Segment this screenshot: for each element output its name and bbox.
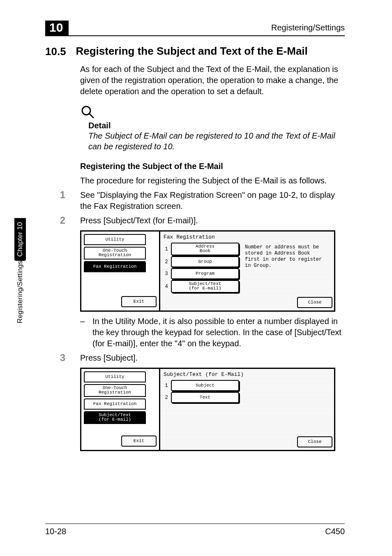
screen-title: Fax Registration: [162, 233, 332, 242]
item-index: 2: [164, 395, 169, 401]
item-index: 1: [164, 246, 169, 252]
detail-icon: [80, 104, 345, 119]
step-text: See "Displaying the Fax Registration Scr…: [80, 190, 345, 212]
tab-label-line2: Registration: [99, 390, 131, 395]
dash-bullet: –: [80, 316, 92, 349]
subheading: Registering the Subject of the E-Mail: [80, 162, 345, 171]
screen-title: Subject/Text (for E-Mail): [162, 371, 332, 379]
close-button[interactable]: Close: [297, 436, 332, 447]
list-item: 3 Program: [164, 268, 239, 279]
side-chapter-tab: Chapter 10 Registering/Settings: [14, 218, 26, 327]
close-button[interactable]: Close: [297, 297, 332, 308]
header-rule: [45, 35, 345, 36]
item-index: 2: [164, 259, 169, 265]
list-item: 2 Group: [164, 256, 239, 267]
subject-text-for-email-button[interactable]: Subject/Text (for E-mail): [171, 280, 239, 293]
tab-fax-registration[interactable]: Fax Registration: [84, 261, 146, 272]
footer-rule: [45, 524, 345, 524]
sub-intro: The procedure for registering the Subjec…: [80, 175, 345, 186]
chapter-number-badge: 10: [45, 21, 69, 35]
tab-one-touch-registration[interactable]: One-Touch Registration: [84, 247, 146, 259]
tab-label-line2: Registration: [99, 253, 131, 257]
section-number: 10.5: [45, 45, 74, 58]
text-button[interactable]: Text: [171, 392, 239, 403]
tab-utility[interactable]: Utility: [84, 371, 146, 382]
item-index: 4: [164, 284, 169, 290]
side-tab-chapter: Chapter 10: [14, 218, 26, 261]
header-section-name: Registering/Settings: [271, 23, 345, 32]
group-button[interactable]: Group: [171, 256, 239, 267]
exit-button[interactable]: Exit: [121, 436, 157, 447]
address-book-button[interactable]: Address Book: [171, 243, 239, 255]
list-item: 4 Subject/Text (for E-mail): [164, 280, 239, 293]
list-item: 2 Text: [164, 392, 239, 403]
fax-registration-screen: Utility One-Touch Registration Fax Regis…: [80, 230, 335, 312]
svg-line-1: [89, 114, 93, 118]
step-text: Press [Subject/Text (for E-mail)].: [80, 215, 198, 226]
section-title: Registering the Subject and Text of the …: [76, 45, 307, 58]
program-button[interactable]: Program: [171, 268, 239, 279]
subject-button[interactable]: Subject: [171, 380, 239, 391]
section-intro: As for each of the Subject and the Text …: [80, 64, 345, 97]
model-code: C450: [325, 527, 345, 536]
step-number: 3: [45, 352, 80, 363]
tab-one-touch-registration[interactable]: One-Touch Registration: [84, 384, 146, 397]
hint-text: Number or address must be stored in Addr…: [243, 243, 325, 269]
detail-label: Detail: [88, 121, 345, 130]
tab-fax-registration[interactable]: Fax Registration: [84, 398, 146, 410]
step-number: 1: [45, 190, 80, 200]
step-text: Press [Subject].: [80, 352, 138, 364]
item-index: 1: [164, 383, 169, 389]
exit-button[interactable]: Exit: [121, 296, 157, 307]
detail-text: The Subject of E-Mail can be registered …: [88, 130, 345, 152]
page-number: 10-28: [45, 527, 66, 536]
list-item: 1 Address Book: [164, 243, 239, 255]
side-tab-section: Registering/Settings: [16, 261, 24, 327]
item-index: 3: [164, 271, 169, 277]
tab-subject-text-for-email[interactable]: Subject/Text (for E-mail): [84, 411, 146, 424]
list-item: 1 Subject: [164, 380, 239, 391]
step-number: 2: [45, 215, 80, 226]
tab-utility[interactable]: Utility: [84, 234, 146, 245]
note-text: In the Utility Mode, it is also possible…: [92, 316, 345, 349]
subject-text-for-email-screen: Utility One-Touch Registration Fax Regis…: [80, 368, 335, 451]
